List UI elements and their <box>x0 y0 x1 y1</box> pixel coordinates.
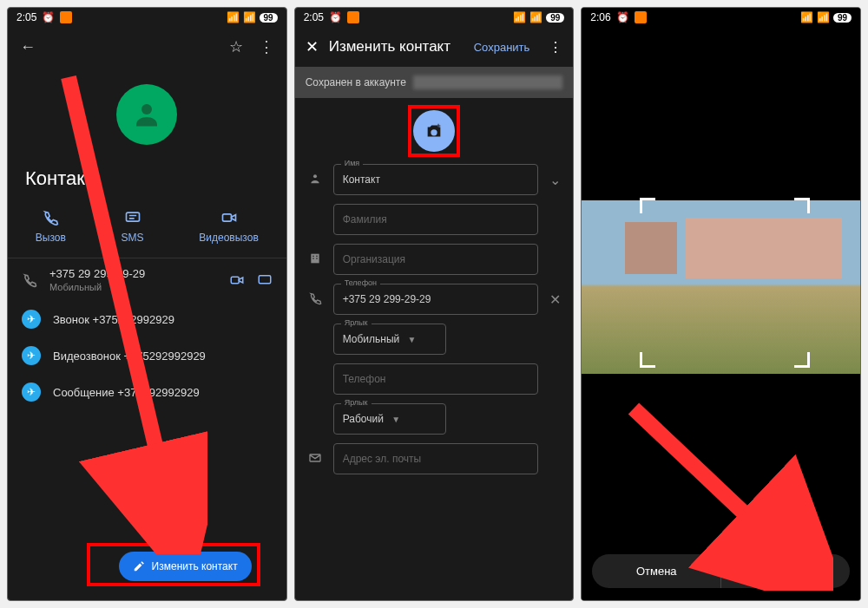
message-icon[interactable] <box>257 272 273 288</box>
crop-frame[interactable] <box>642 200 807 365</box>
annotation-highlight <box>87 543 260 586</box>
org-field[interactable]: Организация <box>333 244 539 275</box>
status-bar: 2:05 ⏰ 📶 📶 99 <box>295 8 574 27</box>
phone-icon <box>22 272 37 288</box>
call-button[interactable]: Вызов <box>36 209 66 244</box>
email-icon <box>306 451 325 467</box>
clock: 2:05 <box>16 11 36 23</box>
telegram-icon: ✈ <box>22 346 41 365</box>
svg-point-0 <box>141 104 152 114</box>
person-icon <box>131 99 162 130</box>
svg-rect-12 <box>316 255 317 256</box>
phone-icon <box>42 209 59 226</box>
telegram-video-row[interactable]: ✈ Видеозвонок +375292992929 <box>8 337 286 374</box>
phone2-label-dropdown[interactable]: Ярлык Рабочий ▼ <box>333 403 446 435</box>
crop-handle-tr[interactable] <box>794 198 810 213</box>
phone-label-dropdown[interactable]: Ярлык Мобильный ▼ <box>333 324 446 355</box>
phone2-field[interactable]: Телефон <box>333 363 539 395</box>
video-icon <box>220 209 238 226</box>
name-field[interactable]: Имя Контакт <box>333 164 539 195</box>
chevron-down-icon[interactable]: ⌄ <box>547 172 562 188</box>
star-icon[interactable]: ☆ <box>229 37 243 56</box>
battery-indicator: 99 <box>833 13 852 23</box>
cancel-button[interactable]: Отмена <box>592 554 720 588</box>
phone-row[interactable]: +375 29 299-29-29 Мобильный <box>8 258 286 301</box>
alarm-icon: ⏰ <box>616 11 629 23</box>
contact-avatar[interactable] <box>116 84 177 145</box>
screen-edit-contact: 2:05 ⏰ 📶 📶 99 ✕ Изменить контакт Сохрани… <box>294 7 575 601</box>
alarm-icon: ⏰ <box>329 11 342 23</box>
svg-rect-11 <box>312 255 313 256</box>
crop-handle-br[interactable] <box>794 352 810 368</box>
telegram-icon: ✈ <box>22 382 41 402</box>
status-bar: 2:06 ⏰ 📶 📶 99 <box>582 8 860 27</box>
video-icon[interactable] <box>229 272 245 288</box>
telegram-call-row[interactable]: ✈ Звонок +375292992929 <box>8 301 286 337</box>
chevron-down-icon: ▼ <box>408 335 417 344</box>
building-icon <box>306 252 325 268</box>
svg-rect-5 <box>231 277 239 284</box>
screen-crop-photo: 2:06 ⏰ 📶 📶 99 Отмена OK <box>581 7 861 601</box>
alarm-icon: ⏰ <box>42 11 55 23</box>
contact-name: Контакт <box>8 162 286 202</box>
close-icon[interactable]: ✕ <box>306 37 319 56</box>
ok-button[interactable]: OK <box>720 554 850 588</box>
account-banner: Сохранен в аккаунте <box>295 67 574 98</box>
screen-contact-view: 2:05 ⏰ 📶 📶 99 ← ☆ ⋮ Контакт Вызов SMS <box>7 7 287 601</box>
save-button[interactable]: Сохранить <box>474 41 530 54</box>
wifi-icon: 📶 <box>243 11 256 23</box>
notification-icon <box>347 11 359 23</box>
battery-indicator: 99 <box>260 13 278 23</box>
crop-handle-bl[interactable] <box>640 352 655 368</box>
wifi-icon: 📶 <box>817 11 830 23</box>
status-bar: 2:05 ⏰ 📶 📶 99 <box>8 8 286 27</box>
telegram-icon: ✈ <box>22 310 41 329</box>
surname-field[interactable]: Фамилия <box>333 204 539 235</box>
sms-button[interactable]: SMS <box>122 209 144 244</box>
telegram-message-row[interactable]: ✈ Сообщение +375292992929 <box>8 374 286 410</box>
clock: 2:06 <box>590 11 610 23</box>
message-icon <box>124 209 141 226</box>
svg-rect-4 <box>222 214 231 221</box>
phone-icon <box>306 291 325 308</box>
more-icon[interactable]: ⋮ <box>259 37 274 56</box>
screen-title: Изменить контакт <box>329 38 464 56</box>
notification-icon <box>635 11 647 23</box>
crop-handle-tl[interactable] <box>640 198 655 213</box>
more-icon[interactable]: ⋮ <box>549 39 562 56</box>
video-call-button[interactable]: Видеовызов <box>199 209 258 244</box>
battery-indicator: 99 <box>546 13 564 23</box>
svg-rect-6 <box>259 275 271 283</box>
signal-icon: 📶 <box>513 11 526 23</box>
svg-rect-13 <box>312 258 313 258</box>
svg-rect-10 <box>311 253 319 263</box>
email-field[interactable]: Адрес эл. почты <box>333 443 539 474</box>
svg-point-9 <box>313 174 317 178</box>
svg-line-17 <box>634 409 799 565</box>
account-email-blurred <box>413 75 563 89</box>
back-icon[interactable]: ← <box>20 38 36 56</box>
signal-icon: 📶 <box>800 11 813 23</box>
person-icon <box>306 172 325 188</box>
clock: 2:05 <box>304 11 324 23</box>
annotation-highlight <box>408 105 460 157</box>
chevron-down-icon: ▼ <box>391 415 400 424</box>
svg-rect-14 <box>316 258 317 258</box>
signal-icon: 📶 <box>227 11 240 23</box>
clear-icon[interactable]: ✕ <box>547 291 562 308</box>
notification-icon <box>60 11 72 23</box>
svg-rect-1 <box>126 212 139 221</box>
wifi-icon: 📶 <box>529 11 542 23</box>
phone-field[interactable]: Телефон +375 29 299-29-29 <box>333 284 539 315</box>
